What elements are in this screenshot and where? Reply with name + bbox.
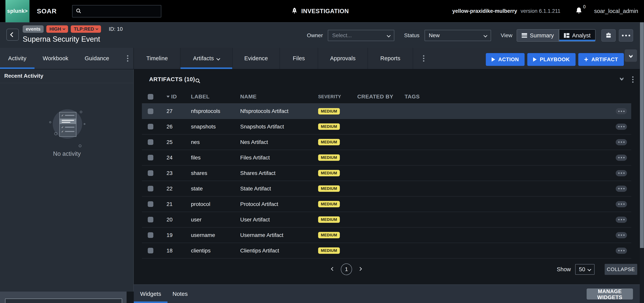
artifact-row[interactable]: 18 clientips Clientips Artifact MEDIUM <box>142 243 631 259</box>
column-created-by[interactable]: CREATED BY <box>357 94 398 100</box>
left-tabs-menu-button[interactable] <box>127 48 128 69</box>
page-size-select[interactable]: 50 <box>575 264 594 275</box>
view-analyst-button[interactable]: Analyst <box>559 29 596 42</box>
recent-activity-title: Recent Activity <box>4 73 43 79</box>
table-body: 27 nfsprotocols Nfsprotocols Artifact ME… <box>142 103 631 259</box>
artifact-row[interactable]: 24 files Files Artifact MEDIUM <box>142 150 631 165</box>
tab-guidance[interactable]: Guidance <box>76 48 118 69</box>
splunk-logo[interactable]: splunk> <box>6 0 30 22</box>
column-label[interactable]: LABEL <box>191 94 236 100</box>
global-search-input[interactable] <box>72 5 161 17</box>
row-name: State Artifact <box>240 186 312 192</box>
select-all-checkbox[interactable] <box>148 94 153 100</box>
row-name: Nes Artifact <box>240 139 312 145</box>
row-menu-button[interactable] <box>616 232 627 238</box>
next-page-button[interactable] <box>359 268 361 271</box>
row-checkbox[interactable] <box>148 232 153 238</box>
view-summary-button[interactable]: Summary <box>517 29 559 42</box>
divider <box>0 83 134 83</box>
artifact-row[interactable]: 26 snapshots Snapshots Artifact MEDIUM <box>142 119 631 134</box>
row-checkbox[interactable] <box>148 201 153 207</box>
row-label: nfsprotocols <box>191 108 236 114</box>
row-checkbox[interactable] <box>148 124 153 129</box>
artifact-row[interactable]: 21 protocol Protocol Artifact MEDIUM <box>142 196 631 212</box>
tab-evidence[interactable]: Evidence <box>233 48 280 69</box>
action-button[interactable]: ACTION <box>486 53 525 66</box>
row-checkbox[interactable] <box>148 170 153 176</box>
tab-widgets[interactable]: Widgets <box>134 285 168 303</box>
previous-page-button[interactable] <box>332 268 334 271</box>
page-number[interactable]: 1 <box>341 264 352 275</box>
owner-select[interactable]: Select... <box>328 30 394 41</box>
evidence-case-button[interactable] <box>601 29 616 42</box>
badge-tlpred[interactable]: TLP:RED <box>71 25 101 33</box>
artifacts-search-button[interactable] <box>195 78 201 84</box>
artifact-row[interactable]: 20 user User Artifact MEDIUM <box>142 212 631 228</box>
artifact-button[interactable]: +ARTIFACT <box>578 53 624 66</box>
topbar-right: yellow-praxidike-mulberry version 6.1.1.… <box>452 6 638 16</box>
back-button[interactable] <box>6 29 19 41</box>
status-select[interactable]: New <box>424 30 491 41</box>
owner-value: Select... <box>332 32 352 38</box>
severity-badge: MEDIUM <box>318 108 340 114</box>
row-menu-button[interactable] <box>616 124 627 130</box>
notifications-button[interactable]: 0 <box>575 6 583 16</box>
chevron-down-icon <box>588 267 591 271</box>
row-menu-button[interactable] <box>616 186 627 192</box>
more-options-button[interactable] <box>619 29 633 42</box>
row-checkbox[interactable] <box>148 186 153 191</box>
tab-notes[interactable]: Notes <box>168 285 193 303</box>
artifact-row[interactable]: 22 state State Artifact MEDIUM <box>142 181 631 196</box>
page-size-value: 50 <box>579 266 585 273</box>
row-checkbox[interactable] <box>148 217 153 222</box>
tab-reports[interactable]: Reports <box>368 48 413 69</box>
tab-timeline[interactable]: Timeline <box>134 48 180 69</box>
tab-activity[interactable]: Activity <box>0 48 34 69</box>
row-menu-button[interactable] <box>616 108 627 114</box>
row-checkbox[interactable] <box>148 139 153 145</box>
main-tabs-menu-button[interactable] <box>413 48 434 69</box>
tab-files[interactable]: Files <box>280 48 318 69</box>
manage-widgets-button[interactable]: MANAGE WIDGETS <box>586 289 633 300</box>
expand-panel-button[interactable] <box>624 49 637 62</box>
search-icon <box>76 8 82 14</box>
tab-approvals[interactable]: Approvals <box>318 48 368 69</box>
soar-app: splunk> SOAR INVESTIGATION yellow-praxid… <box>0 0 644 303</box>
artifact-row[interactable]: 19 username Username Artifact MEDIUM <box>142 228 631 243</box>
row-menu-button[interactable] <box>616 155 627 161</box>
search-icon <box>195 78 201 84</box>
left-tabs: ActivityWorkbookGuidance <box>0 48 117 69</box>
recent-activity-panel: Recent Activity ✓ ✓ ✓ No activity <box>0 69 134 292</box>
collapse-button[interactable]: COLLAPSE <box>605 264 637 275</box>
column-id[interactable]: ID <box>166 94 185 100</box>
comment-input[interactable] <box>5 299 122 303</box>
row-menu-button[interactable] <box>616 170 627 176</box>
column-name[interactable]: NAME <box>240 94 312 100</box>
vertical-scrollbar[interactable] <box>640 22 644 303</box>
scrollbar-thumb[interactable] <box>640 22 644 248</box>
artifacts-menu-button[interactable] <box>632 76 634 83</box>
column-severity[interactable]: SEVERITY <box>318 94 352 99</box>
row-menu-button[interactable] <box>616 248 627 254</box>
row-checkbox[interactable] <box>148 155 153 160</box>
row-menu-button[interactable] <box>616 201 627 207</box>
artifacts-panel: ARTIFACTS (10) ID LABEL NAME SEVERITY CR… <box>134 69 638 285</box>
status-label: Status <box>404 32 419 38</box>
row-checkbox[interactable] <box>148 108 153 114</box>
tab-workbook[interactable]: Workbook <box>34 48 76 69</box>
badge-high[interactable]: HIGH <box>46 25 68 33</box>
row-checkbox[interactable] <box>148 248 153 253</box>
artifact-row[interactable]: 25 nes Nes Artifact MEDIUM <box>142 134 631 150</box>
playbook-button[interactable]: PLAYBOOK <box>527 53 576 66</box>
row-id: 25 <box>166 139 185 145</box>
artifact-row[interactable]: 23 shares Shares Artifact MEDIUM <box>142 165 631 181</box>
severity-badge: MEDIUM <box>318 170 340 176</box>
artifact-row[interactable]: 27 nfsprotocols Nfsprotocols Artifact ME… <box>142 103 631 119</box>
column-tags[interactable]: TAGS <box>404 94 616 100</box>
collapse-table-button[interactable] <box>620 77 623 79</box>
row-menu-button[interactable] <box>616 139 627 145</box>
user-menu[interactable]: soar_local_admin <box>594 8 638 14</box>
row-label: nes <box>191 139 236 145</box>
tab-artifacts[interactable]: Artifacts <box>180 48 233 69</box>
row-menu-button[interactable] <box>616 217 627 223</box>
